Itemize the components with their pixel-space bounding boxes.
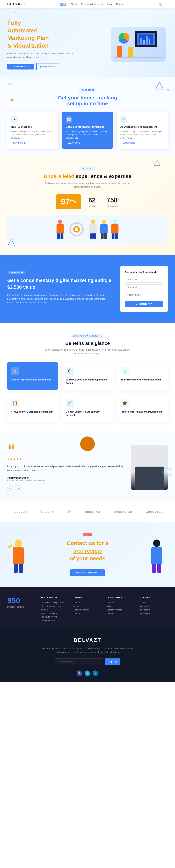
footer-col-0-line-0: Ecommerce Design Studio: [40, 601, 68, 604]
funnel-card-optimised: 📈 Optimised for driving conversions Vest…: [62, 112, 113, 149]
audit-submit-button[interactable]: Get started now: [125, 301, 163, 307]
hero-illustration: [111, 27, 166, 62]
audit-email-input[interactable]: [125, 284, 163, 290]
benefit-0-icon: ⚡: [11, 367, 19, 375]
person-2: [89, 220, 97, 239]
contact-cta-button[interactable]: GET STARTED NOW →: [70, 569, 105, 576]
footer-col-2-link-3[interactable]: Credits: [107, 612, 135, 615]
funnel-card-2-text: Vestibulum id ligula porta felis euismod…: [120, 130, 164, 140]
deco-dot: [9, 19, 10, 20]
footer-stat-number: 950: [7, 596, 35, 605]
partner-5: ABUCLOUD: [146, 510, 163, 513]
nav-contact[interactable]: Contact: [116, 3, 124, 5]
testimonial-inner: ❝ ★★★★★ Lorem ipsum dolor sit amet, cons…: [7, 444, 168, 491]
hero-section: Fully Automated Marketing Plan & Visuali…: [0, 8, 175, 78]
footer-col-company: COMPANY Career About Legal Information C…: [74, 596, 101, 623]
deco-dots-bl: [4, 492, 14, 495]
benefit-4-title: Global eCommerce and gateway payment: [66, 410, 109, 417]
person-1: [57, 220, 64, 239]
nav-blog[interactable]: Blog: [107, 3, 112, 5]
footer-col-3-link-2[interactable]: Ageforesita: [140, 608, 168, 612]
partner-4: ENGRASTAR: [114, 510, 132, 513]
stats-heading-block: SEE MORE Unparalleled experience & exper…: [7, 167, 168, 189]
hero-cta-button[interactable]: GET STARTED NOW: [7, 64, 34, 69]
benefit-0-title: Reduce 70% of your development time: [11, 378, 54, 381]
footer-col-0-line-4: +35(99)/14-21-220: [40, 619, 68, 623]
nav-home[interactable]: Home: [60, 2, 66, 6]
nav-features[interactable]: Features & Services: [81, 3, 103, 5]
partner-0: REGULUZ: [12, 510, 27, 513]
audit-section: LEARN MORE Get a complimentary digital m…: [0, 255, 175, 323]
footer-col-1-link-3[interactable]: Credits: [74, 612, 101, 615]
footer-col-1-link-2[interactable]: Legal Information: [74, 608, 101, 612]
benefits-grid: ⚡ Reduce 70% of your development time ⏱ …: [7, 362, 168, 422]
footer-col-learn: LEARN MORE Causes About Legal Informatio…: [107, 596, 135, 623]
social-linkedin-button[interactable]: in: [93, 671, 98, 676]
social-facebook-button[interactable]: f: [76, 671, 82, 676]
search-icon[interactable]: 🔍: [159, 2, 162, 6]
audit-name-input[interactable]: [125, 277, 163, 282]
stats-inline-group: 62 Offices 758+ Customers: [89, 196, 119, 207]
social-twitter-button[interactable]: t: [84, 671, 91, 676]
footer-col-3-link-3[interactable]: Ageforesita: [140, 612, 168, 615]
person-3: [100, 220, 108, 239]
footer-signup-button[interactable]: Sign Up: [105, 658, 120, 665]
footer-col-2-link-2[interactable]: Legal Information: [107, 608, 135, 612]
testimonial-author: Jeremy Richardson: [7, 476, 124, 479]
audit-phone-input[interactable]: [125, 292, 163, 298]
hero-buttons: GET STARTED NOW ▶ How It Works: [7, 63, 76, 70]
nav-action-icons: 🔍 ☰: [159, 2, 168, 6]
nav-about[interactable]: About: [71, 3, 77, 5]
svg-marker-2: [154, 160, 160, 165]
benefit-4-icon: 🛒: [66, 399, 74, 407]
partners-section: REGULUZ UNICORN R BIRDSTAR ENGRASTAR ABU…: [0, 502, 175, 522]
footer-col-2-heading: LEARN MORE: [107, 596, 135, 598]
funnel-card-0-link[interactable]: → LEARN MORE: [11, 142, 26, 144]
benefit-3-title: HTML5 and W3C Standard & Compliance: [11, 410, 54, 413]
audit-form-card: Request a free funnel audit Get started …: [120, 266, 168, 312]
hero-secondary-button[interactable]: ▶ How It Works: [36, 63, 59, 70]
deco-triangle-bl: [7, 239, 15, 248]
contact-person-left: [7, 536, 29, 573]
funnel-badge: LEARN MORE: [78, 89, 97, 92]
deco-dot: [14, 12, 16, 13]
footer-search-form: Sign Up: [55, 658, 120, 665]
benefit-1-icon: ⏱: [66, 367, 74, 375]
footer-col-2-link-0[interactable]: Causes: [107, 601, 135, 604]
footer-col-1-link-1[interactable]: About: [74, 604, 101, 608]
hero-text-block: Fully Automated Marketing Plan & Visuali…: [7, 19, 76, 70]
partner-2: R: [68, 509, 71, 514]
optimise-icon: 📈: [66, 116, 72, 123]
footer-col-2-link-1[interactable]: About: [107, 604, 135, 608]
footer-stat-label: Project Completed: [7, 606, 35, 608]
footer-col-1-link-0[interactable]: Career: [74, 601, 101, 604]
stats-section: SEE MORE Unparalleled experience & exper…: [0, 156, 175, 255]
funnel-card-1-link[interactable]: → LEARN MORE: [66, 142, 80, 144]
stat-offices: 62 Offices: [89, 196, 96, 207]
footer-col-3-heading: SOCIALS: [140, 596, 168, 598]
benefits-badge: DISCOVER MORE BENEFITS: [71, 334, 104, 338]
funnel-card-2-link[interactable]: → LEARN MORE: [120, 142, 135, 144]
footer-col-3-link-1[interactable]: Ageforesita: [140, 604, 168, 608]
contact-person-right: [146, 536, 168, 573]
benefit-5-icon: 🎓: [121, 399, 129, 407]
abandoned-icon: 🛒: [120, 116, 127, 123]
stats-badge: SEE MORE: [80, 167, 95, 170]
testimonial-nav: ← →: [7, 485, 124, 491]
benefit-4: 🛒 Global eCommerce and gateway payment: [62, 394, 113, 422]
svg-point-5: [75, 227, 78, 231]
benefit-5: 🎓 Professional Training and Development: [117, 394, 168, 422]
testimonial-next-button[interactable]: →: [15, 485, 21, 491]
hero-illustration-container: [109, 26, 168, 63]
testimonial-prev-button[interactable]: ←: [7, 485, 13, 491]
stat-customers: 758+ Customers: [107, 196, 119, 207]
stats-numbers: 97% % 62 Offices 758+ Customers: [7, 194, 168, 209]
deco-dot: [22, 69, 23, 70]
testimonial-quote: Lorem ipsum dolor sit amet, consectetur …: [7, 464, 124, 473]
menu-icon[interactable]: ☰: [165, 2, 168, 6]
footer-email-input[interactable]: [55, 658, 103, 665]
footer-col-3-link-0[interactable]: Career: [140, 601, 168, 604]
funnel-card-2-title: Abandoned actions engagement: [120, 125, 164, 128]
footer-grid: 950 Project Completed GET IN TOUCH Ecomm…: [7, 596, 168, 623]
svg-marker-1: [8, 240, 15, 246]
